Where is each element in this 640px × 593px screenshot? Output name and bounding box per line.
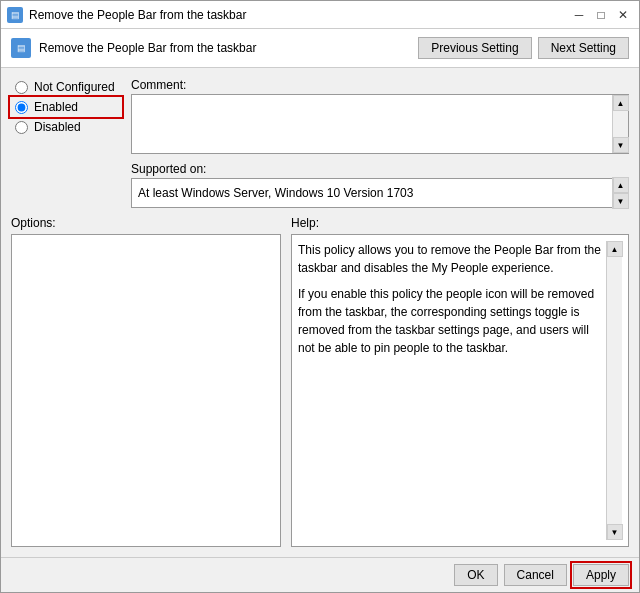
apply-button[interactable]: Apply [573, 564, 629, 586]
close-button[interactable]: ✕ [613, 5, 633, 25]
radio-not-configured[interactable]: Not Configured [11, 78, 121, 96]
cancel-button[interactable]: Cancel [504, 564, 567, 586]
radio-group: Not Configured Enabled Disabled [11, 78, 121, 208]
supported-scroll-down[interactable]: ▼ [613, 193, 629, 209]
comment-box: ▲ ▼ [131, 94, 629, 154]
help-scroll-up[interactable]: ▲ [607, 241, 623, 257]
comment-scroll-down[interactable]: ▼ [613, 137, 629, 153]
options-panel: Options: [11, 216, 281, 547]
radio-disabled[interactable]: Disabled [11, 118, 121, 136]
header-title: Remove the People Bar from the taskbar [39, 41, 256, 55]
content-area: Not Configured Enabled Disabled Comment: [1, 68, 639, 557]
main-window: ▤ Remove the People Bar from the taskbar… [0, 0, 640, 593]
help-label: Help: [291, 216, 629, 230]
comment-group: Comment: ▲ ▼ [131, 78, 629, 154]
help-paragraph-2: If you enable this policy the people ico… [298, 285, 606, 357]
next-setting-button[interactable]: Next Setting [538, 37, 629, 59]
supported-value: At least Windows Server, Windows 10 Vers… [132, 182, 612, 204]
window-icon: ▤ [7, 7, 23, 23]
help-paragraph-1: This policy allows you to remove the Peo… [298, 241, 606, 277]
header-buttons: Previous Setting Next Setting [418, 37, 629, 59]
main-section: Options: Help: This policy allows you to… [11, 216, 629, 547]
comment-textarea[interactable] [132, 95, 612, 153]
help-scroll-track[interactable] [607, 257, 622, 524]
minimize-button[interactable]: ─ [569, 5, 589, 25]
radio-not-configured-input[interactable] [15, 81, 28, 94]
supported-label: Supported on: [131, 162, 206, 176]
radio-enabled[interactable]: Enabled [11, 98, 121, 116]
right-column: Comment: ▲ ▼ Supported on: [131, 78, 629, 208]
comment-scroll-track[interactable] [613, 111, 628, 137]
footer: OK Cancel Apply [1, 557, 639, 592]
supported-scrollbar: ▲ ▼ [612, 177, 628, 209]
supported-group: Supported on: At least Windows Server, W… [131, 162, 629, 208]
options-box [11, 234, 281, 547]
radio-enabled-input[interactable] [15, 101, 28, 114]
window-title: Remove the People Bar from the taskbar [29, 8, 246, 22]
supported-scroll-up[interactable]: ▲ [613, 177, 629, 193]
help-scrollbar: ▲ ▼ [606, 241, 622, 540]
title-bar-left: ▤ Remove the People Bar from the taskbar [7, 7, 246, 23]
comment-scroll-up[interactable]: ▲ [613, 95, 629, 111]
maximize-button[interactable]: □ [591, 5, 611, 25]
title-bar: ▤ Remove the People Bar from the taskbar… [1, 1, 639, 29]
radio-not-configured-label: Not Configured [34, 80, 115, 94]
options-label: Options: [11, 216, 281, 230]
help-box: This policy allows you to remove the Peo… [291, 234, 629, 547]
header-icon: ▤ [11, 38, 31, 58]
title-bar-controls: ─ □ ✕ [569, 5, 633, 25]
previous-setting-button[interactable]: Previous Setting [418, 37, 531, 59]
help-text: This policy allows you to remove the Peo… [298, 241, 606, 540]
supported-box: At least Windows Server, Windows 10 Vers… [131, 178, 629, 208]
radio-disabled-label: Disabled [34, 120, 81, 134]
radio-section: Not Configured Enabled Disabled [11, 78, 121, 136]
radio-disabled-input[interactable] [15, 121, 28, 134]
header: ▤ Remove the People Bar from the taskbar… [1, 29, 639, 68]
top-section: Not Configured Enabled Disabled Comment: [11, 78, 629, 208]
comment-scrollbar: ▲ ▼ [612, 95, 628, 153]
help-scroll-down[interactable]: ▼ [607, 524, 623, 540]
comment-label: Comment: [131, 78, 629, 92]
help-panel: Help: This policy allows you to remove t… [291, 216, 629, 547]
header-left: ▤ Remove the People Bar from the taskbar [11, 38, 256, 58]
radio-enabled-label: Enabled [34, 100, 78, 114]
ok-button[interactable]: OK [454, 564, 497, 586]
